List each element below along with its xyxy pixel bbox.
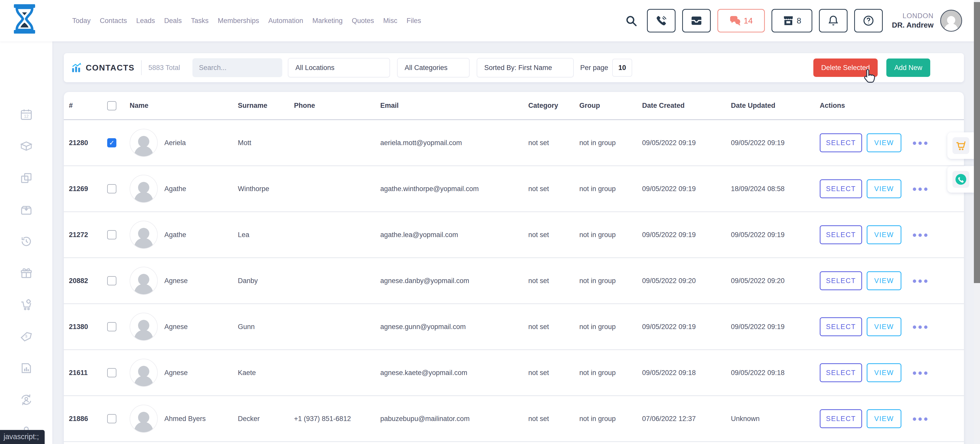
- header-email[interactable]: Email: [380, 102, 528, 110]
- package-icon[interactable]: [19, 139, 33, 153]
- more-actions-icon[interactable]: ●●●: [912, 184, 929, 193]
- contact-group: not in group: [579, 185, 642, 193]
- user-sync-icon[interactable]: [19, 393, 33, 407]
- select-all-checkbox[interactable]: [107, 101, 116, 110]
- history-icon[interactable]: [19, 234, 33, 249]
- nav-item-files[interactable]: Files: [407, 17, 421, 25]
- contact-category: not set: [528, 139, 579, 147]
- per-page-input[interactable]: 10: [612, 59, 632, 77]
- select-button[interactable]: SELECT: [820, 317, 862, 336]
- header-surname[interactable]: Surname: [238, 102, 294, 110]
- contact-id: 21280: [69, 139, 107, 147]
- search-input[interactable]: [199, 64, 290, 72]
- sort-dropdown[interactable]: Sorted By: First Name: [477, 58, 574, 77]
- nav-item-today[interactable]: Today: [72, 17, 91, 25]
- cart-settings-icon[interactable]: [19, 298, 33, 312]
- main-nav: TodayContactsLeadsDealsTasksMembershipsA…: [72, 0, 421, 42]
- nav-item-quotes[interactable]: Quotes: [352, 17, 374, 25]
- copy-icon[interactable]: [19, 171, 33, 185]
- more-actions-icon[interactable]: ●●●: [912, 414, 929, 423]
- more-actions-icon[interactable]: ●●●: [912, 139, 929, 147]
- row-checkbox[interactable]: [107, 276, 116, 285]
- nav-item-memberships[interactable]: Memberships: [218, 17, 259, 25]
- price-tag-icon[interactable]: $: [19, 329, 33, 343]
- reports-icon[interactable]: [19, 361, 33, 375]
- nav-item-leads[interactable]: Leads: [136, 17, 155, 25]
- chart-icon: [71, 62, 82, 73]
- nav-item-deals[interactable]: Deals: [164, 17, 182, 25]
- contact-group: not in group: [579, 415, 642, 423]
- add-new-button[interactable]: Add New: [886, 59, 930, 77]
- select-button[interactable]: SELECT: [820, 409, 862, 428]
- more-actions-icon[interactable]: ●●●: [912, 230, 929, 239]
- categories-filter-dropdown[interactable]: All Categories: [397, 58, 469, 77]
- select-button[interactable]: SELECT: [820, 179, 862, 198]
- contact-category: not set: [528, 323, 579, 331]
- search-icon[interactable]: [625, 14, 637, 27]
- nav-item-marketing[interactable]: Marketing: [312, 17, 343, 25]
- cart-icon[interactable]: [953, 137, 969, 154]
- scrollbar-track[interactable]: [974, 0, 980, 444]
- select-button[interactable]: SELECT: [820, 133, 862, 152]
- contact-email: agnese.danby@yopmail.com: [380, 277, 528, 285]
- contact-date-updated: 09/05/2022 09:19: [731, 231, 820, 239]
- gift-icon[interactable]: [19, 266, 33, 280]
- row-checkbox[interactable]: [107, 414, 116, 423]
- store-icon-button[interactable]: 8: [772, 9, 812, 32]
- row-checkbox[interactable]: [107, 230, 116, 240]
- orders-bag-icon[interactable]: [19, 203, 33, 217]
- nav-item-automation[interactable]: Automation: [268, 17, 303, 25]
- contact-avatar: [130, 359, 158, 387]
- row-checkbox[interactable]: [107, 368, 116, 377]
- user-info: LONDON DR. Andrew: [892, 12, 934, 30]
- header-group[interactable]: Group: [579, 102, 642, 110]
- contact-name: Agnese: [164, 277, 188, 285]
- chat-icon-button[interactable]: 14: [718, 9, 765, 32]
- contact-surname: Decker: [238, 415, 294, 423]
- contact-date-updated: 09/05/2022 09:18: [731, 369, 820, 377]
- header-phone[interactable]: Phone: [294, 102, 380, 110]
- contact-date-created: 09/05/2022 09:19: [642, 231, 731, 239]
- calendar-icon[interactable]: 12: [19, 107, 33, 122]
- contact-email: agnese.kaete@yopmail.com: [380, 369, 528, 377]
- select-button[interactable]: SELECT: [820, 363, 862, 382]
- user-avatar[interactable]: [940, 10, 962, 32]
- select-button[interactable]: SELECT: [820, 271, 862, 290]
- nav-item-tasks[interactable]: Tasks: [191, 17, 208, 25]
- view-button[interactable]: VIEW: [867, 133, 901, 152]
- notifications-icon-button[interactable]: [819, 9, 848, 32]
- select-button[interactable]: SELECT: [820, 225, 862, 244]
- table-row: 21380 Agnese Gunn agnese.gunn@yopmail.co…: [64, 304, 964, 350]
- help-icon-button[interactable]: [854, 9, 883, 32]
- header-date-created[interactable]: Date Created: [642, 102, 731, 110]
- phone-icon: [655, 15, 667, 27]
- more-actions-icon[interactable]: ●●●: [912, 323, 929, 331]
- contact-date-updated: Unknown: [731, 415, 820, 423]
- header-date-updated[interactable]: Date Updated: [731, 102, 820, 110]
- phone-icon-button[interactable]: [647, 9, 676, 32]
- help-icon: [862, 15, 874, 27]
- view-button[interactable]: VIEW: [867, 225, 901, 244]
- view-button[interactable]: VIEW: [867, 363, 901, 382]
- inbox-icon-button[interactable]: [682, 9, 711, 32]
- table-row: 21611 Agnese Kaete agnese.kaete@yopmail.…: [64, 350, 964, 396]
- scrollbar-thumb[interactable]: [974, 2, 980, 283]
- view-button[interactable]: VIEW: [867, 179, 901, 198]
- row-checkbox[interactable]: ✓: [107, 138, 116, 147]
- nav-item-misc[interactable]: Misc: [383, 17, 398, 25]
- more-actions-icon[interactable]: ●●●: [912, 368, 929, 377]
- more-actions-icon[interactable]: ●●●: [912, 276, 929, 285]
- view-button[interactable]: VIEW: [867, 317, 901, 336]
- row-checkbox[interactable]: [107, 322, 116, 331]
- nav-item-contacts[interactable]: Contacts: [100, 17, 127, 25]
- app-logo-hourglass-icon[interactable]: [12, 3, 37, 34]
- view-button[interactable]: VIEW: [867, 409, 901, 428]
- header-name[interactable]: Name: [130, 102, 238, 110]
- header-id[interactable]: #: [69, 102, 107, 110]
- header-category[interactable]: Category: [528, 102, 579, 110]
- contact-email: aeriela.mott@yopmail.com: [380, 139, 528, 147]
- call-icon[interactable]: [953, 171, 969, 188]
- locations-filter-dropdown[interactable]: All Locations: [288, 58, 390, 77]
- view-button[interactable]: VIEW: [867, 271, 901, 290]
- row-checkbox[interactable]: [107, 184, 116, 193]
